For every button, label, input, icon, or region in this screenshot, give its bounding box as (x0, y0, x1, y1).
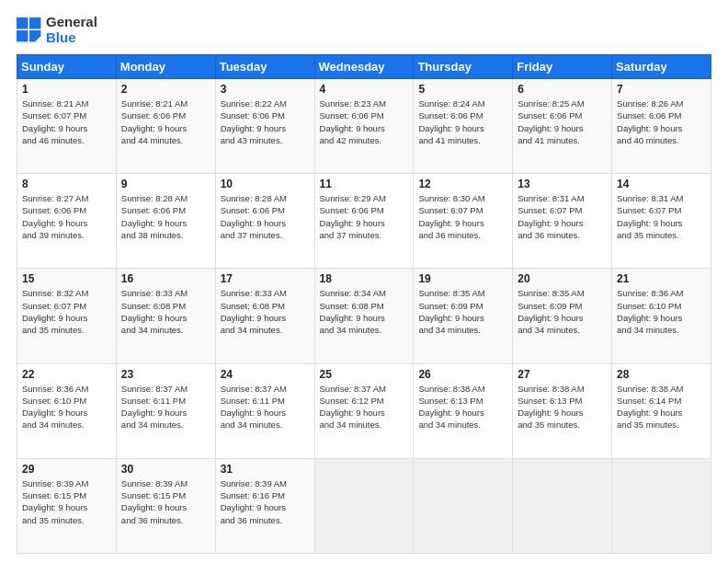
cell-line: and 35 minutes. (22, 324, 112, 336)
cell-line: and 34 minutes. (617, 324, 707, 336)
cell-line: Daylight: 9 hours (22, 312, 112, 324)
day-number: 22 (22, 368, 112, 381)
calendar-cell: 31Sunrise: 8:39 AMSunset: 6:16 PMDayligh… (215, 458, 314, 553)
cell-line: and 42 minutes. (320, 134, 410, 146)
cell-line: Sunrise: 8:37 AM (121, 383, 211, 395)
calendar-header: SundayMondayTuesdayWednesdayThursdayFrid… (17, 55, 711, 79)
cell-line: Sunrise: 8:39 AM (221, 477, 311, 489)
calendar-cell: 15Sunrise: 8:32 AMSunset: 6:07 PMDayligh… (17, 269, 117, 363)
day-number: 15 (22, 272, 112, 285)
day-number: 8 (22, 178, 112, 190)
day-number: 31 (221, 463, 311, 476)
calendar-cell: 1Sunrise: 8:21 AMSunset: 6:07 PMDaylight… (17, 79, 117, 174)
cell-line: Daylight: 9 hours (617, 122, 707, 134)
cell-line: and 34 minutes. (320, 324, 410, 336)
cell-line: Daylight: 9 hours (518, 217, 608, 229)
cell-line: Sunset: 6:08 PM (121, 300, 211, 312)
calendar-cell: 12Sunrise: 8:30 AMSunset: 6:07 PMDayligh… (414, 174, 513, 269)
cell-line: Sunset: 6:06 PM (22, 204, 112, 216)
weekday-header-thursday: Thursday (414, 55, 513, 79)
cell-line: and 38 minutes. (121, 229, 211, 241)
cell-line: and 37 minutes. (221, 229, 311, 241)
calendar-cell (314, 458, 414, 553)
day-number: 10 (221, 178, 311, 190)
cell-line: Sunrise: 8:21 AM (22, 98, 112, 109)
day-number: 27 (518, 368, 608, 381)
cell-line: Daylight: 9 hours (22, 122, 112, 134)
cell-line: Sunrise: 8:36 AM (22, 383, 112, 395)
cell-line: Sunset: 6:11 PM (221, 395, 311, 407)
cell-line: Sunrise: 8:31 AM (518, 192, 608, 204)
cell-line: Sunset: 6:07 PM (617, 204, 707, 216)
cell-line: Daylight: 9 hours (22, 407, 112, 419)
cell-line: and 34 minutes. (121, 419, 211, 431)
cell-line: Sunset: 6:06 PM (418, 109, 508, 121)
cell-line: Sunrise: 8:37 AM (221, 383, 311, 395)
cell-line: Daylight: 9 hours (121, 407, 211, 419)
cell-line: and 41 minutes. (418, 134, 508, 146)
weekday-header-tuesday: Tuesday (215, 55, 314, 79)
calendar-week-5: 29Sunrise: 8:39 AMSunset: 6:15 PMDayligh… (17, 458, 711, 553)
svg-rect-1 (29, 17, 40, 29)
weekday-header-wednesday: Wednesday (314, 55, 414, 79)
cell-line: Sunset: 6:12 PM (320, 395, 410, 407)
cell-line: Sunrise: 8:23 AM (320, 98, 410, 109)
cell-line: Daylight: 9 hours (121, 217, 211, 229)
cell-line: Daylight: 9 hours (617, 217, 707, 229)
cell-line: Daylight: 9 hours (518, 122, 608, 134)
cell-line: and 34 minutes. (418, 324, 508, 336)
day-number: 28 (617, 368, 707, 381)
cell-line: Daylight: 9 hours (418, 407, 508, 419)
day-number: 30 (121, 463, 211, 476)
day-number: 5 (418, 83, 508, 96)
cell-line: Daylight: 9 hours (418, 122, 508, 134)
cell-line: and 34 minutes. (22, 419, 112, 431)
cell-line: Sunset: 6:08 PM (221, 300, 311, 312)
cell-line: Daylight: 9 hours (221, 122, 311, 134)
calendar-week-3: 15Sunrise: 8:32 AMSunset: 6:07 PMDayligh… (17, 269, 711, 363)
svg-rect-2 (17, 30, 28, 41)
cell-line: and 44 minutes. (121, 134, 211, 146)
cell-line: Sunrise: 8:38 AM (617, 383, 707, 395)
cell-line: Daylight: 9 hours (121, 312, 211, 324)
day-number: 12 (418, 178, 508, 190)
cell-line: and 36 minutes. (121, 514, 211, 526)
calendar-cell: 23Sunrise: 8:37 AMSunset: 6:11 PMDayligh… (116, 363, 215, 458)
day-number: 11 (320, 178, 410, 190)
cell-line: Sunrise: 8:35 AM (518, 287, 608, 299)
cell-line: Sunset: 6:07 PM (518, 204, 608, 216)
day-number: 18 (320, 272, 410, 285)
cell-line: Sunrise: 8:38 AM (518, 383, 608, 395)
day-number: 14 (617, 178, 707, 190)
day-number: 25 (320, 368, 410, 381)
calendar-table: SundayMondayTuesdayWednesdayThursdayFrid… (17, 54, 711, 554)
cell-line: Daylight: 9 hours (418, 312, 508, 324)
header: GeneralBlue (17, 15, 711, 45)
cell-line: Sunrise: 8:26 AM (617, 98, 707, 109)
cell-line: and 35 minutes. (22, 514, 112, 526)
cell-line: and 46 minutes. (22, 134, 112, 146)
cell-line: and 34 minutes. (221, 324, 311, 336)
calendar-cell: 25Sunrise: 8:37 AMSunset: 6:12 PMDayligh… (314, 363, 414, 458)
cell-line: Sunrise: 8:35 AM (418, 287, 508, 299)
cell-line: Daylight: 9 hours (221, 312, 311, 324)
day-number: 4 (320, 83, 410, 96)
calendar-cell: 13Sunrise: 8:31 AMSunset: 6:07 PMDayligh… (513, 174, 612, 269)
cell-line: Sunrise: 8:32 AM (22, 287, 112, 299)
cell-line: Daylight: 9 hours (221, 501, 311, 513)
svg-rect-0 (17, 17, 28, 29)
calendar-cell: 18Sunrise: 8:34 AMSunset: 6:08 PMDayligh… (314, 269, 414, 363)
calendar-cell: 29Sunrise: 8:39 AMSunset: 6:15 PMDayligh… (17, 458, 117, 553)
calendar-cell: 2Sunrise: 8:21 AMSunset: 6:06 PMDaylight… (116, 79, 215, 174)
day-number: 21 (617, 272, 707, 285)
calendar-cell: 27Sunrise: 8:38 AMSunset: 6:13 PMDayligh… (513, 363, 612, 458)
cell-line: Sunset: 6:06 PM (320, 204, 410, 216)
cell-line: Sunrise: 8:36 AM (617, 287, 707, 299)
cell-line: Sunrise: 8:38 AM (418, 383, 508, 395)
cell-line: and 34 minutes. (121, 324, 211, 336)
calendar-cell: 3Sunrise: 8:22 AMSunset: 6:06 PMDaylight… (215, 79, 314, 174)
calendar-cell: 14Sunrise: 8:31 AMSunset: 6:07 PMDayligh… (612, 174, 711, 269)
day-number: 20 (518, 272, 608, 285)
day-number: 26 (418, 368, 508, 381)
cell-line: Sunset: 6:06 PM (121, 109, 211, 121)
